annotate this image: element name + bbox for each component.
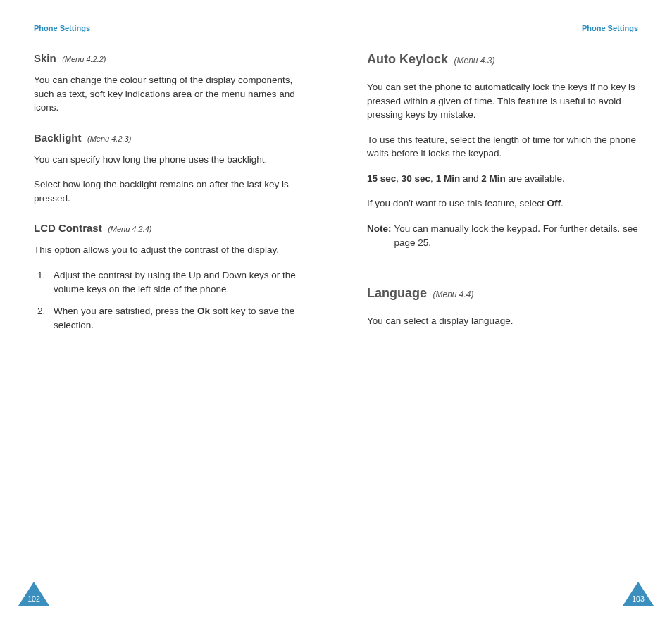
section-title: LCD Contrast bbox=[34, 222, 102, 234]
body-text: You can specify how long the phone uses … bbox=[34, 153, 305, 167]
major-menu-ref: (Menu 4.4) bbox=[433, 289, 473, 299]
section-lcd-contrast: LCD Contrast (Menu 4.2.4) This option al… bbox=[34, 222, 305, 332]
body-text: You can select a display language. bbox=[367, 314, 638, 328]
bold-text: 15 sec bbox=[367, 173, 396, 184]
text-fragment: . bbox=[561, 198, 564, 208]
section-menu-ref: (Menu 4.2.2) bbox=[62, 55, 106, 63]
bold-text: 2 Min bbox=[481, 173, 506, 184]
page-number: 102 bbox=[18, 594, 49, 603]
body-text: You can set the phone to automatically l… bbox=[367, 80, 638, 122]
text-fragment: are available. bbox=[506, 173, 565, 184]
bold-text: Off bbox=[547, 198, 561, 208]
major-title: Auto Keylock bbox=[367, 52, 448, 66]
major-heading: Language (Menu 4.4) bbox=[367, 286, 638, 304]
major-menu-ref: (Menu 4.3) bbox=[454, 56, 494, 66]
list-item: When you are satisfied, press the Ok sof… bbox=[48, 304, 305, 332]
page-right: Phone Settings Auto Keylock (Menu 4.3) Y… bbox=[336, 0, 672, 617]
major-heading: Auto Keylock (Menu 4.3) bbox=[367, 52, 638, 70]
ordered-steps: Adjust the contrast by using the Up and … bbox=[34, 268, 305, 332]
section-menu-ref: (Menu 4.2.3) bbox=[87, 135, 131, 143]
page-spread: Phone Settings Skin (Menu 4.2.2) You can… bbox=[0, 0, 672, 617]
section-heading: Backlight (Menu 4.2.3) bbox=[34, 132, 305, 144]
text-fragment: and bbox=[460, 173, 481, 184]
major-title: Language bbox=[367, 286, 427, 300]
off-line: If you don't want to use this feature, s… bbox=[367, 197, 638, 211]
note-text: You can manually lock the keypad. For fu… bbox=[394, 222, 639, 249]
section-title: Backlight bbox=[34, 132, 82, 144]
running-head-left: Phone Settings bbox=[34, 24, 305, 32]
bold-text: Note bbox=[367, 223, 388, 234]
note: Note: You can manually lock the keypad. … bbox=[367, 222, 638, 249]
section-backlight: Backlight (Menu 4.2.3) You can specify h… bbox=[34, 132, 305, 206]
body-text: You can change the colour setting of the… bbox=[34, 73, 305, 115]
running-head-right: Phone Settings bbox=[367, 24, 638, 32]
bold-text: Ok bbox=[197, 306, 210, 316]
section-heading: LCD Contrast (Menu 4.2.4) bbox=[34, 222, 305, 235]
options-line: 15 sec, 30 sec, 1 Min and 2 Min are avai… bbox=[367, 172, 638, 186]
text-fragment: If you don't want to use this feature, s… bbox=[367, 198, 547, 208]
body-text: This option allows you to adjust the con… bbox=[34, 243, 305, 257]
section-title: Skin bbox=[34, 52, 56, 64]
page-left: Phone Settings Skin (Menu 4.2.2) You can… bbox=[0, 0, 336, 617]
section-menu-ref: (Menu 4.2.4) bbox=[108, 225, 151, 233]
text-fragment: : bbox=[388, 223, 392, 234]
text-fragment: , bbox=[396, 173, 402, 184]
text-fragment: When you are satisfied, press the bbox=[54, 306, 197, 316]
section-language: Language (Menu 4.4) You can select a dis… bbox=[367, 286, 638, 328]
spacer bbox=[367, 266, 638, 286]
section-auto-keylock: Auto Keylock (Menu 4.3) You can set the … bbox=[367, 52, 638, 249]
bold-text: 30 sec bbox=[402, 173, 430, 184]
body-text: To use this feature, select the length o… bbox=[367, 133, 638, 161]
page-number: 103 bbox=[623, 594, 654, 603]
section-heading: Skin (Menu 4.2.2) bbox=[34, 52, 305, 65]
section-skin: Skin (Menu 4.2.2) You can change the col… bbox=[34, 52, 305, 115]
bold-text: 1 Min bbox=[436, 173, 461, 184]
list-item: Adjust the contrast by using the Up and … bbox=[48, 268, 305, 296]
body-text: Select how long the backlight remains on… bbox=[34, 177, 305, 205]
note-label: Note: bbox=[367, 222, 392, 249]
text-fragment: , bbox=[430, 173, 436, 184]
